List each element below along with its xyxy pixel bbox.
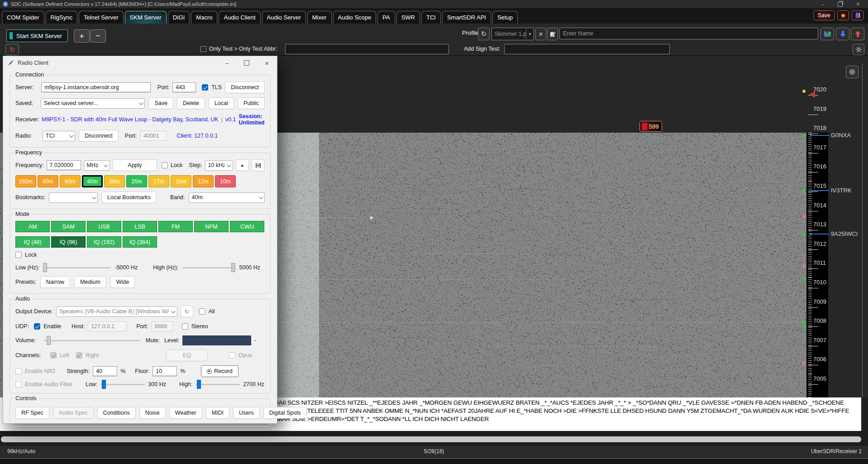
dialog-close-button[interactable]: × bbox=[265, 59, 269, 67]
mode-button-am[interactable]: AM bbox=[15, 221, 50, 232]
control-button-conditions[interactable]: Conditions bbox=[97, 407, 136, 419]
favorites-star-button[interactable]: ★ bbox=[837, 10, 849, 20]
tab-macro[interactable]: Macro bbox=[191, 11, 217, 24]
tab-digi[interactable]: DIGI bbox=[168, 11, 190, 24]
add-sign-test-input[interactable] bbox=[504, 44, 670, 54]
start-skm-server-button[interactable]: Start SKM Server bbox=[6, 29, 68, 42]
mode-button-iq-96[interactable]: IQ (96) bbox=[51, 236, 86, 248]
disconnect-button[interactable]: Disconnect bbox=[225, 81, 265, 93]
tab-setup[interactable]: Setup bbox=[492, 11, 518, 24]
profile-delete-button[interactable]: ✕ bbox=[535, 28, 546, 40]
reload-test-button[interactable]: ↻ bbox=[5, 44, 19, 55]
frequency-unit-select[interactable]: MHz bbox=[84, 160, 110, 171]
output-device-select[interactable]: Speakers (VB-Audio Cable B) [Windows WAS… bbox=[56, 306, 177, 317]
band-select[interactable]: 40m bbox=[189, 192, 265, 203]
tab-audio-client[interactable]: Audio Client bbox=[219, 11, 260, 24]
slider-thumb[interactable] bbox=[47, 336, 51, 345]
bookmarks-select[interactable] bbox=[49, 192, 98, 203]
control-button-rf-spec[interactable]: RF Spec bbox=[15, 407, 49, 419]
band-button-17m[interactable]: 17m bbox=[148, 175, 169, 187]
strength-input[interactable] bbox=[93, 366, 117, 376]
log-book-button[interactable] bbox=[852, 10, 863, 20]
delete-server-button[interactable]: Delete bbox=[177, 97, 205, 109]
saved-server-select[interactable]: Select saved server... bbox=[41, 98, 145, 109]
tab-mixer[interactable]: Mixer bbox=[307, 11, 332, 24]
band-button-80m[interactable]: 80m bbox=[38, 175, 58, 187]
add-instance-button[interactable]: + bbox=[74, 29, 90, 43]
dialog-minimize-button[interactable]: – bbox=[225, 60, 229, 67]
callsign-label-iv3trk[interactable]: IV3TRK bbox=[831, 187, 852, 194]
dialog-maximize-button[interactable] bbox=[244, 60, 249, 66]
window-minimize-button[interactable]: – bbox=[821, 1, 824, 7]
band-button-15m[interactable]: 15m bbox=[171, 175, 191, 187]
filter-low-slider[interactable] bbox=[100, 384, 145, 385]
mode-button-usb[interactable]: USB bbox=[87, 221, 121, 232]
slider-thumb[interactable] bbox=[43, 263, 47, 272]
mode-button-iq-48[interactable]: IQ (48) bbox=[15, 236, 50, 248]
volume-slider[interactable] bbox=[44, 340, 140, 341]
tab-rigsync[interactable]: RigSync bbox=[46, 11, 77, 24]
save-frequency-button[interactable] bbox=[252, 159, 265, 171]
refresh-devices-button[interactable]: ↻ bbox=[181, 306, 193, 317]
control-button-weather[interactable]: Weather bbox=[169, 407, 202, 419]
tab-tci[interactable]: TCI bbox=[421, 11, 441, 24]
step-select[interactable]: 10 kHz bbox=[205, 160, 233, 171]
tab-skm-server[interactable]: SKM Server bbox=[125, 11, 167, 24]
mode-lock-checkbox[interactable] bbox=[15, 252, 22, 258]
stereo-checkbox[interactable] bbox=[182, 323, 188, 330]
tab-smartsdr-api[interactable]: SmartSDR API bbox=[442, 11, 491, 24]
mode-button-sam[interactable]: SAM bbox=[51, 221, 86, 232]
tls-checkbox[interactable] bbox=[202, 84, 208, 91]
profile-reload-button[interactable]: ↻ bbox=[478, 28, 490, 40]
profile-select[interactable]: Skimmer 1.pskm ▼ bbox=[491, 28, 534, 40]
mode-button-cwu[interactable]: CWU bbox=[230, 221, 264, 232]
band-button-30m[interactable]: 30m bbox=[104, 175, 125, 187]
slider-thumb[interactable] bbox=[197, 380, 201, 389]
record-button[interactable]: Record bbox=[201, 365, 238, 377]
tab-swr[interactable]: SWR bbox=[396, 11, 420, 24]
mode-button-iq-192[interactable]: IQ (192) bbox=[87, 236, 121, 248]
spot-count-badge[interactable]: 599 bbox=[639, 121, 662, 132]
save-server-button[interactable]: Save bbox=[148, 97, 173, 109]
callsign-label-g0nxa[interactable]: G0NXA bbox=[831, 132, 851, 139]
control-button-noise[interactable]: Noise bbox=[139, 407, 166, 419]
save-button[interactable]: Save bbox=[814, 10, 835, 20]
band-button-20m[interactable]: 20m bbox=[126, 175, 147, 187]
preset-button-narrow[interactable]: Narrow bbox=[40, 276, 70, 288]
tab-telnet-server[interactable]: Telnet Server bbox=[79, 11, 124, 24]
step-up-button[interactable]: ▲ bbox=[236, 159, 249, 171]
radio-disconnect-button[interactable]: Disconnect bbox=[79, 130, 119, 142]
mode-button-iq-384[interactable]: IQ (384) bbox=[123, 236, 157, 248]
filter-settings-button[interactable] bbox=[853, 44, 864, 55]
mode-button-fm[interactable]: FM bbox=[158, 221, 193, 232]
floor-input[interactable] bbox=[153, 366, 177, 376]
control-button-users[interactable]: Users bbox=[233, 407, 260, 419]
profile-edit-button[interactable] bbox=[547, 28, 558, 40]
control-button-midi[interactable]: MIDI bbox=[206, 407, 229, 419]
frequency-lock-checkbox[interactable] bbox=[162, 162, 168, 168]
filter-high-slider[interactable] bbox=[196, 384, 240, 385]
mode-button-nfm[interactable]: NFM bbox=[194, 221, 229, 232]
remove-instance-button[interactable]: − bbox=[90, 29, 106, 43]
slider-thumb[interactable] bbox=[102, 380, 106, 389]
band-button-160m[interactable]: 160m bbox=[15, 175, 36, 187]
window-restore-button[interactable] bbox=[838, 2, 843, 7]
band-button-40m[interactable]: 40m bbox=[82, 175, 103, 187]
callsign-label-9a25iwci[interactable]: 9A25IWCI bbox=[831, 230, 858, 237]
window-close-button[interactable]: × bbox=[856, 0, 860, 8]
tab-pa[interactable]: PA bbox=[377, 11, 395, 24]
only-test-checkbox[interactable] bbox=[200, 46, 206, 52]
frequency-input[interactable] bbox=[47, 160, 81, 170]
local-bookmarks-button[interactable]: Local Bookmarks bbox=[101, 191, 157, 203]
only-test-input[interactable] bbox=[285, 44, 449, 54]
high-hz-slider[interactable] bbox=[182, 267, 235, 268]
horizontal-scrollbar[interactable] bbox=[1, 436, 861, 442]
port-input[interactable] bbox=[172, 82, 196, 92]
export-profile-button[interactable] bbox=[851, 28, 864, 40]
control-button-digital-spots[interactable]: Digital Spots bbox=[263, 407, 307, 419]
public-servers-button[interactable]: Public bbox=[238, 97, 265, 109]
open-profile-button[interactable] bbox=[820, 28, 834, 40]
tab-audio-server[interactable]: Audio Server bbox=[262, 11, 306, 24]
preset-button-wide[interactable]: Wide bbox=[110, 276, 135, 288]
band-button-12m[interactable]: 12m bbox=[193, 175, 214, 187]
